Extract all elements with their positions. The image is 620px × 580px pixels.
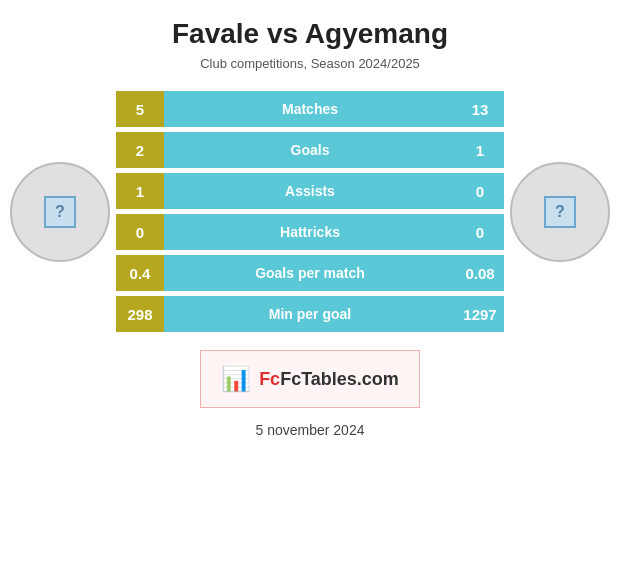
stat-row: 0.4Goals per match0.08 — [116, 255, 504, 291]
left-player-col: ? — [10, 162, 110, 262]
match-date: 5 november 2024 — [256, 422, 365, 438]
stats-block: 5Matches132Goals11Assists00Hattricks00.4… — [116, 91, 504, 332]
page: Favale vs Agyemang Club competitions, Se… — [0, 0, 620, 580]
stat-row: 0Hattricks0 — [116, 214, 504, 250]
stat-left-value: 0.4 — [116, 255, 164, 291]
stat-row: 2Goals1 — [116, 132, 504, 168]
stat-right-value: 0.08 — [456, 255, 504, 291]
right-player-col: ? — [510, 162, 610, 262]
stat-left-value: 5 — [116, 91, 164, 127]
stat-label: Matches — [164, 91, 456, 127]
stat-row: 5Matches13 — [116, 91, 504, 127]
stat-right-value: 1297 — [456, 296, 504, 332]
logo-area: 📊 FcFcTables.com — [200, 350, 420, 408]
stat-right-value: 1 — [456, 132, 504, 168]
stat-label: Goals — [164, 132, 456, 168]
right-player-avatar: ? — [510, 162, 610, 262]
stat-right-value: 0 — [456, 214, 504, 250]
stat-right-value: 0 — [456, 173, 504, 209]
logo-icon: 📊 — [221, 365, 251, 393]
stat-row: 1Assists0 — [116, 173, 504, 209]
page-subtitle: Club competitions, Season 2024/2025 — [200, 56, 420, 71]
page-title: Favale vs Agyemang — [172, 18, 448, 50]
stat-label: Assists — [164, 173, 456, 209]
stat-right-value: 13 — [456, 91, 504, 127]
left-player-avatar: ? — [10, 162, 110, 262]
stat-label: Min per goal — [164, 296, 456, 332]
logo-text: FcFcTables.com — [259, 369, 399, 390]
stat-label: Goals per match — [164, 255, 456, 291]
left-player-icon: ? — [44, 196, 76, 228]
comparison-area: ? 5Matches132Goals11Assists00Hattricks00… — [0, 91, 620, 332]
stat-left-value: 2 — [116, 132, 164, 168]
stat-left-value: 1 — [116, 173, 164, 209]
stat-left-value: 0 — [116, 214, 164, 250]
stat-left-value: 298 — [116, 296, 164, 332]
stat-row: 298Min per goal1297 — [116, 296, 504, 332]
stat-label: Hattricks — [164, 214, 456, 250]
right-player-icon: ? — [544, 196, 576, 228]
